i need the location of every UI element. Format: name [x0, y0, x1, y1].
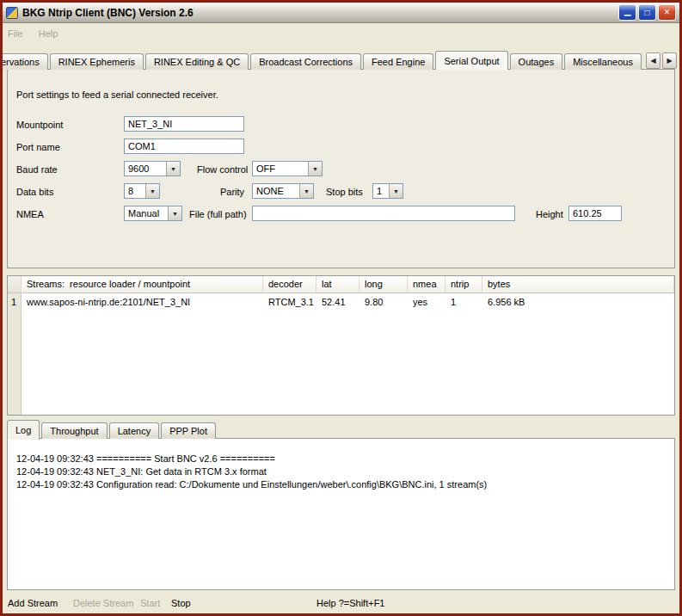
port-name-label: Port name: [16, 142, 60, 152]
window-title: BKG Ntrip Client (BNC) Version 2.6: [22, 7, 618, 19]
window-controls: ▁ □ ×: [618, 4, 676, 21]
serial-output-panel: Port settings to feed a serial connected…: [7, 69, 675, 268]
port-name-input[interactable]: [124, 139, 244, 154]
col-header-ntrip[interactable]: ntrip: [445, 276, 482, 293]
file-path-input[interactable]: [252, 206, 515, 221]
height-input[interactable]: [568, 206, 622, 221]
tab-scroll-right-button[interactable]: ▶: [662, 52, 677, 69]
tab-log[interactable]: Log: [7, 420, 40, 440]
data-bits-value: 8: [128, 186, 145, 196]
flow-control-select[interactable]: OFF ▼: [252, 161, 323, 176]
data-bits-select[interactable]: 8 ▼: [124, 183, 160, 199]
tab-throughput[interactable]: Throughput: [41, 422, 107, 439]
parity-label: Parity: [220, 187, 244, 197]
tab-ppp-plot[interactable]: PPP Plot: [161, 422, 216, 439]
flow-control-value: OFF: [256, 163, 308, 174]
baud-rate-select[interactable]: 9600 ▼: [124, 161, 181, 176]
cell-lat: 52.41: [316, 293, 359, 311]
col-header-lat[interactable]: lat: [316, 276, 359, 293]
col-header-long[interactable]: long: [359, 276, 408, 293]
start-button: Start: [140, 598, 160, 608]
log-output[interactable]: 12-04-19 09:32:43 ========== Start BNC v…: [7, 438, 675, 590]
delete-stream-button: Delete Stream: [73, 598, 133, 608]
menu-file[interactable]: File: [8, 28, 23, 39]
tab-rinex-ephemeris[interactable]: RINEX Ephemeris: [50, 53, 144, 70]
close-button[interactable]: ×: [658, 4, 676, 21]
nmea-select[interactable]: Manual ▼: [124, 206, 182, 221]
col-header-mountpoint[interactable]: Streams: resource loader / mountpoint: [22, 276, 263, 293]
tab-outages[interactable]: Outages: [510, 53, 563, 70]
flow-control-label: Flow control: [197, 164, 248, 175]
log-line: 12-04-19 09:32:43 NET_3_NI: Get data in …: [16, 465, 666, 478]
streams-table: Streams: resource loader / mountpoint de…: [7, 275, 675, 416]
titlebar: BKG Ntrip Client (BNC) Version 2.6 ▁ □ ×: [3, 3, 679, 23]
col-header-bytes[interactable]: bytes: [482, 276, 674, 293]
tab-miscellaneous[interactable]: Miscellaneous: [564, 53, 642, 70]
nmea-label: NMEA: [16, 209, 44, 219]
app-window: BKG Ntrip Client (BNC) Version 2.6 ▁ □ ×…: [0, 0, 682, 616]
stop-bits-select[interactable]: 1 ▼: [372, 183, 403, 199]
chevron-down-icon: ▼: [145, 184, 159, 198]
cell-decoder: RTCM_3.1: [263, 293, 316, 311]
tab-observations[interactable]: ervations: [3, 53, 48, 70]
col-header-nmea[interactable]: nmea: [408, 276, 445, 293]
mountpoint-label: Mountpoint: [16, 120, 63, 130]
streams-header-row: Streams: resource loader / mountpoint de…: [8, 276, 674, 293]
chevron-down-icon: ▼: [308, 162, 322, 176]
nmea-value: Manual: [128, 208, 168, 219]
log-line: 12-04-19 09:32:43 ========== Start BNC v…: [16, 453, 666, 465]
tab-bar: ervations RINEX Ephemeris RINEX Editing …: [3, 50, 679, 70]
log-line: 12-04-19 09:32:43 Configuration read: C:…: [16, 478, 666, 491]
maximize-button[interactable]: □: [638, 4, 656, 21]
add-stream-button[interactable]: Add Stream: [8, 598, 58, 608]
menu-help[interactable]: Help: [39, 28, 58, 39]
chevron-down-icon: ▼: [166, 162, 180, 176]
tab-scroll-left-button[interactable]: ◀: [646, 52, 660, 69]
tab-serial-output[interactable]: Serial Output: [435, 51, 507, 70]
baud-rate-value: 9600: [128, 163, 166, 174]
file-path-label: File (full path): [189, 209, 247, 219]
app-icon: [6, 7, 18, 19]
stop-button[interactable]: Stop: [171, 598, 191, 608]
tab-latency[interactable]: Latency: [109, 422, 160, 439]
chevron-down-icon: ▼: [168, 206, 181, 220]
tab-scroll-buttons: ◀ ▶: [646, 52, 677, 69]
cell-ntrip: 1: [445, 293, 482, 311]
tab-feed-engine[interactable]: Feed Engine: [363, 53, 433, 70]
row-number: 1: [8, 293, 22, 311]
parity-value: NONE: [256, 186, 299, 196]
cell-mountpoint: www.sapos-ni-ntrip.de:2101/NET_3_NI: [22, 293, 263, 311]
footer: Add Stream Delete Stream Start Stop Help…: [3, 596, 679, 613]
tab-broadcast-corrections[interactable]: Broadcast Corrections: [250, 53, 361, 70]
cell-long: 9.80: [359, 293, 408, 311]
cell-bytes: 6.956 kB: [482, 293, 674, 311]
mountpoint-input[interactable]: [124, 116, 244, 132]
height-label: Height: [536, 209, 563, 219]
help-hint: Help ?=Shift+F1: [316, 598, 385, 608]
parity-select[interactable]: NONE ▼: [252, 183, 314, 199]
stop-bits-label: Stop bits: [326, 187, 363, 197]
panel-description: Port settings to feed a serial connected…: [16, 89, 218, 100]
bottom-tab-bar: Log Throughput Latency PPP Plot: [7, 421, 218, 439]
cell-nmea: yes: [408, 293, 445, 311]
menubar: File Help: [3, 24, 679, 42]
minimize-button[interactable]: ▁: [618, 4, 636, 21]
tab-rinex-editing-qc[interactable]: RINEX Editing & QC: [145, 53, 249, 70]
table-row[interactable]: 1 www.sapos-ni-ntrip.de:2101/NET_3_NI RT…: [8, 293, 674, 311]
data-bits-label: Data bits: [16, 187, 53, 197]
baud-rate-label: Baud rate: [16, 164, 58, 175]
chevron-down-icon: ▼: [389, 184, 402, 198]
table-corner: [8, 276, 22, 293]
stop-bits-value: 1: [377, 186, 389, 196]
col-header-decoder[interactable]: decoder: [263, 276, 316, 293]
chevron-down-icon: ▼: [299, 184, 313, 198]
